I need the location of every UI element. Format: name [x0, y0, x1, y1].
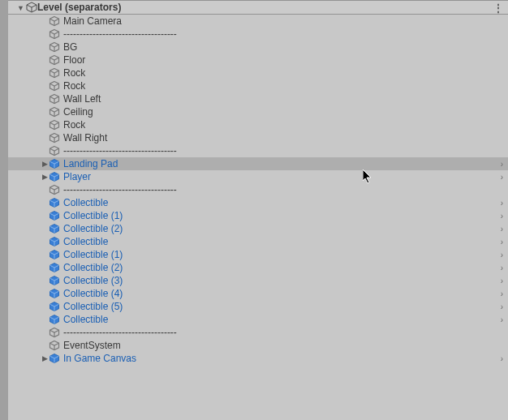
- chevron-right-icon[interactable]: ›: [501, 274, 503, 287]
- gameobject-icon: [49, 80, 60, 92]
- prefab-icon: [49, 249, 60, 260]
- prefab-icon: [49, 301, 60, 312]
- row-label: Collectible (5): [63, 300, 123, 313]
- row-label: Floor: [63, 54, 85, 66]
- hierarchy-row[interactable]: Ceiling: [8, 105, 508, 118]
- hierarchy-row[interactable]: -----------------------------------: [8, 326, 508, 339]
- foldout-arrow-icon[interactable]: ▶: [41, 173, 49, 181]
- row-label: Wall Right: [63, 131, 107, 144]
- scene-header[interactable]: ▼ Level (separators) ⋮: [8, 0, 508, 15]
- row-label: Collectible (3): [63, 274, 123, 287]
- gameobject-icon: [49, 28, 60, 40]
- hierarchy-row[interactable]: Wall Left: [8, 92, 508, 105]
- row-label: -----------------------------------: [63, 326, 177, 339]
- chevron-right-icon[interactable]: ›: [501, 287, 503, 300]
- row-label: Main Camera: [63, 15, 122, 28]
- gameobject-icon: [49, 54, 60, 66]
- prefab-icon: [49, 236, 60, 247]
- row-label: Collectible (1): [63, 248, 123, 261]
- row-label: Collectible: [63, 313, 108, 326]
- prefab-icon: [49, 314, 60, 325]
- gameobject-icon: [49, 67, 60, 79]
- hierarchy-row[interactable]: Collectible (5)›: [8, 300, 508, 313]
- hierarchy-row[interactable]: ▶Landing Pad›: [8, 157, 508, 170]
- prefab-icon: [49, 262, 60, 273]
- hierarchy-gutter: [0, 0, 8, 420]
- gameobject-icon: [49, 132, 60, 144]
- foldout-arrow-icon[interactable]: ▶: [41, 354, 49, 362]
- gameobject-icon: [49, 184, 60, 195]
- prefab-icon: [49, 223, 60, 234]
- chevron-right-icon[interactable]: ›: [501, 261, 503, 274]
- scene-name: Level (separators): [37, 2, 121, 13]
- chevron-right-icon[interactable]: ›: [501, 235, 503, 248]
- prefab-icon: [49, 210, 60, 221]
- hierarchy-row[interactable]: Collectible›: [8, 313, 508, 326]
- row-label: Player: [63, 170, 91, 183]
- hierarchy-row[interactable]: Collectible›: [8, 235, 508, 248]
- gameobject-icon: [49, 119, 60, 131]
- gameobject-icon: [49, 145, 60, 156]
- hierarchy-row[interactable]: Rock: [8, 66, 508, 79]
- hierarchy-row[interactable]: -----------------------------------: [8, 144, 508, 157]
- hierarchy-row[interactable]: Collectible (1)›: [8, 209, 508, 222]
- row-label: Landing Pad: [63, 157, 118, 170]
- hierarchy-row[interactable]: Rock: [8, 79, 508, 92]
- chevron-right-icon[interactable]: ›: [501, 170, 503, 183]
- chevron-right-icon[interactable]: ›: [501, 209, 503, 222]
- hierarchy-row[interactable]: -----------------------------------: [8, 183, 508, 196]
- hierarchy-row[interactable]: BG: [8, 41, 508, 54]
- chevron-right-icon[interactable]: ›: [501, 196, 503, 209]
- row-label: Collectible (2): [63, 222, 123, 235]
- hierarchy-row[interactable]: Main Camera: [8, 15, 508, 28]
- row-label: Collectible (2): [63, 261, 123, 274]
- gameobject-icon: [49, 15, 60, 27]
- chevron-right-icon[interactable]: ›: [501, 157, 503, 170]
- scene-context-menu-icon[interactable]: ⋮: [493, 1, 503, 15]
- row-label: Collectible: [63, 235, 108, 248]
- row-label: Rock: [63, 79, 85, 92]
- row-label: -----------------------------------: [63, 144, 177, 157]
- gameobject-icon: [49, 340, 60, 351]
- chevron-right-icon[interactable]: ›: [501, 352, 503, 365]
- prefab-icon: [49, 275, 60, 286]
- hierarchy-row[interactable]: Collectible›: [8, 196, 508, 209]
- hierarchy-row[interactable]: ▶In Game Canvas›: [8, 352, 508, 365]
- row-label: -----------------------------------: [63, 183, 177, 196]
- hierarchy-row[interactable]: Wall Right: [8, 131, 508, 144]
- row-label: In Game Canvas: [63, 352, 136, 365]
- foldout-arrow-icon[interactable]: ▶: [41, 160, 49, 168]
- hierarchy-row[interactable]: Floor: [8, 54, 508, 66]
- chevron-right-icon[interactable]: ›: [501, 300, 503, 313]
- foldout-arrow-icon[interactable]: ▼: [17, 1, 24, 15]
- gameobject-icon: [49, 106, 60, 118]
- row-label: Rock: [63, 66, 85, 79]
- hierarchy-row[interactable]: Collectible (1)›: [8, 248, 508, 261]
- hierarchy-row[interactable]: Collectible (4)›: [8, 287, 508, 300]
- row-label: BG: [63, 41, 77, 54]
- hierarchy-row[interactable]: Collectible (2)›: [8, 261, 508, 274]
- hierarchy-row[interactable]: -----------------------------------: [8, 28, 508, 41]
- hierarchy-row[interactable]: EventSystem: [8, 339, 508, 352]
- chevron-right-icon[interactable]: ›: [501, 222, 503, 235]
- scene-asset-icon: [26, 2, 37, 13]
- hierarchy-row[interactable]: Collectible (2)›: [8, 222, 508, 235]
- hierarchy-row[interactable]: ▶Player›: [8, 170, 508, 183]
- prefab-icon: [49, 197, 60, 208]
- hierarchy-row[interactable]: Rock: [8, 118, 508, 131]
- row-label: Rock: [63, 118, 85, 131]
- row-label: Collectible (4): [63, 287, 123, 300]
- row-label: Wall Left: [63, 92, 101, 105]
- row-label: Ceiling: [63, 105, 93, 118]
- prefab-icon: [49, 171, 60, 182]
- hierarchy-row[interactable]: Collectible (3)›: [8, 274, 508, 287]
- chevron-right-icon[interactable]: ›: [501, 313, 503, 326]
- prefab-icon: [49, 288, 60, 299]
- gameobject-icon: [49, 93, 60, 105]
- chevron-right-icon[interactable]: ›: [501, 248, 503, 261]
- hierarchy-rows: Main Camera-----------------------------…: [8, 15, 508, 365]
- prefab-icon: [49, 353, 60, 364]
- prefab-icon: [49, 158, 60, 169]
- gameobject-icon: [49, 41, 60, 53]
- gameobject-icon: [49, 327, 60, 338]
